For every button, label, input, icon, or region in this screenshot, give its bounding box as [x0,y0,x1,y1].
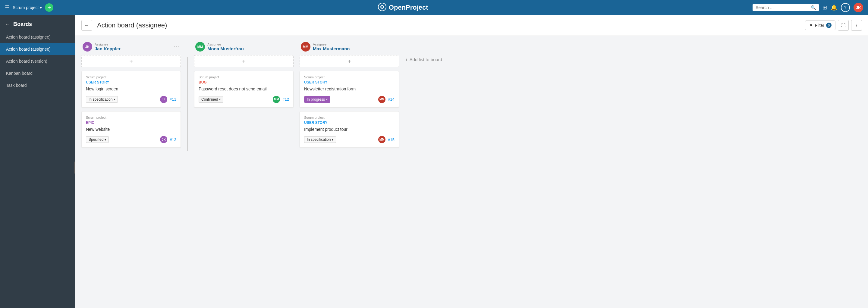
sidebar-item-5[interactable]: Task board [0,79,75,91]
card-avatar-text: MM [274,98,279,101]
column-avatar-mona: MM [195,42,205,52]
status-badge-11[interactable]: In specification ▾ [86,96,118,103]
avatar-initials: JK [856,5,861,10]
main-content: ← Action board (assignee) ▼ Filter 0 ⛶ ⋮ [75,15,868,308]
card-title[interactable]: Newsletter registration form [304,86,395,92]
add-list-area: + Add list to board [405,42,490,62]
card-number-14[interactable]: #14 [388,97,395,101]
column-max-mustermann: MM Assignee Max Mustermann + Scrum proje… [300,42,399,151]
column-assignee-label-jan: Assignee [95,42,172,46]
card-avatar-text: JK [162,138,166,141]
grid-icon[interactable]: ⊞ [823,4,827,11]
sidebar-item-2[interactable]: Action board (assignee) [0,43,75,55]
sidebar-item-1[interactable]: Action board (assignee) [0,31,75,43]
card-14: Scrum project USER STORY Newsletter regi… [300,71,399,107]
column-avatar-max: MM [301,42,310,52]
sidebar: ← Boards Action board (assignee) Action … [0,15,75,308]
status-label: Confirmed [201,97,218,101]
svg-point-2 [381,6,383,8]
project-chevron-icon: ▾ [40,5,42,10]
filter-button[interactable]: ▼ Filter 0 [805,21,835,30]
card-footer: In specification ▾ MM #15 [304,136,395,143]
card-number-13[interactable]: #13 [170,137,176,142]
status-label: In progress [307,97,325,101]
navbar-right: 🔍 ⊞ 🔔 ? JK [752,3,863,12]
search-icon: 🔍 [811,5,816,10]
card-avatar-12: MM [273,96,280,103]
status-chevron-icon: ▾ [332,138,333,141]
hamburger-icon[interactable]: ☰ [5,4,10,11]
column-mona-musterfrau: MM Assignee Mona Musterfrau + Scrum proj… [194,42,293,111]
card-avatar-text: MM [379,138,384,141]
navbar-center: OpenProject [53,3,752,13]
card-avatar-text: JK [162,98,166,101]
status-badge-13[interactable]: Specified ▾ [86,136,109,143]
expand-button[interactable]: ⛶ [838,20,849,31]
filter-count-badge: 0 [826,23,832,28]
user-avatar[interactable]: JK [854,3,863,12]
column-header-info-mona: Assignee Mona Musterfrau [207,42,292,51]
card-number-15[interactable]: #15 [388,137,395,142]
logo-text: OpenProject [389,4,428,11]
sidebar-item-3[interactable]: Action board (version) [0,55,75,67]
column-avatar-text: JK [85,45,90,49]
card-title[interactable]: New website [86,127,176,133]
search-box[interactable]: 🔍 [752,4,819,11]
column-avatar-text: MM [197,45,203,49]
column-avatar-text: MM [303,45,308,49]
search-input[interactable] [755,5,809,10]
add-card-button-mona[interactable]: + [194,55,293,67]
more-options-button[interactable]: ⋮ [851,20,862,31]
add-card-button-max[interactable]: + [300,55,399,67]
column-assignee-name-max: Max Mustermann [313,46,398,51]
column-header-jan: JK Assignee Jan Keppler ··· [82,42,181,52]
column-menu-jan[interactable]: ··· [174,44,180,50]
card-number-12[interactable]: #12 [282,97,289,101]
add-card-button-jan[interactable]: + [82,55,181,67]
sidebar-item-4[interactable]: Kanban board [0,67,75,79]
card-title[interactable]: New login screen [86,86,176,92]
column-assignee-label-max: Assignee [313,42,398,46]
card-title[interactable]: Password reset does not send email [198,86,289,92]
card-number-11[interactable]: #11 [170,97,176,101]
card-avatar-text: MM [379,98,384,101]
card-type: BUG [198,80,289,84]
status-label: Specified [89,137,103,142]
add-list-label: Add list to board [410,57,442,62]
board-back-button[interactable]: ← [82,20,92,31]
sidebar-title: Boards [13,21,32,27]
card-type: USER STORY [304,121,395,125]
sidebar-nav: Action board (assignee) Action board (as… [0,31,75,91]
app-body: ← Boards Action board (assignee) Action … [0,15,868,308]
card-title[interactable]: Implement product tour [304,127,395,133]
status-badge-14[interactable]: In progress ▾ [304,96,330,103]
status-badge-12[interactable]: Confirmed ▾ [198,96,223,103]
card-avatar-13: JK [160,136,167,143]
card-project: Scrum project [198,75,289,79]
column-header-info-jan: Assignee Jan Keppler [95,42,172,51]
status-label: In specification [307,137,331,142]
help-button[interactable]: ? [841,3,850,12]
project-name: Scrum project [13,5,38,10]
card-avatar-11: JK [160,96,167,103]
card-project: Scrum project [86,75,176,79]
card-type: USER STORY [86,80,176,84]
status-badge-15[interactable]: In specification ▾ [304,136,336,143]
bell-icon[interactable]: 🔔 [831,4,837,11]
column-avatar-jan: JK [83,42,92,52]
project-selector[interactable]: Scrum project ▾ [13,5,42,10]
card-13: Scrum project EPIC New website Specified… [82,111,181,148]
add-list-button[interactable]: + Add list to board [405,57,442,62]
status-label: In specification [89,97,113,101]
expand-icon: ⛶ [841,23,845,28]
add-project-button[interactable]: + [45,3,53,12]
column-header-info-max: Assignee Max Mustermann [313,42,398,51]
sidebar-back-icon[interactable]: ← [5,21,10,27]
status-chevron-icon: ▾ [114,98,115,101]
status-chevron-icon: ▾ [326,98,328,101]
card-11: Scrum project USER STORY New login scree… [82,71,181,107]
navbar: ☰ Scrum project ▾ + OpenProject 🔍 ⊞ 🔔 ? … [0,0,868,15]
sidebar-resize-handle[interactable] [74,161,75,174]
card-avatar-15: MM [378,136,385,143]
card-type: EPIC [86,121,176,125]
